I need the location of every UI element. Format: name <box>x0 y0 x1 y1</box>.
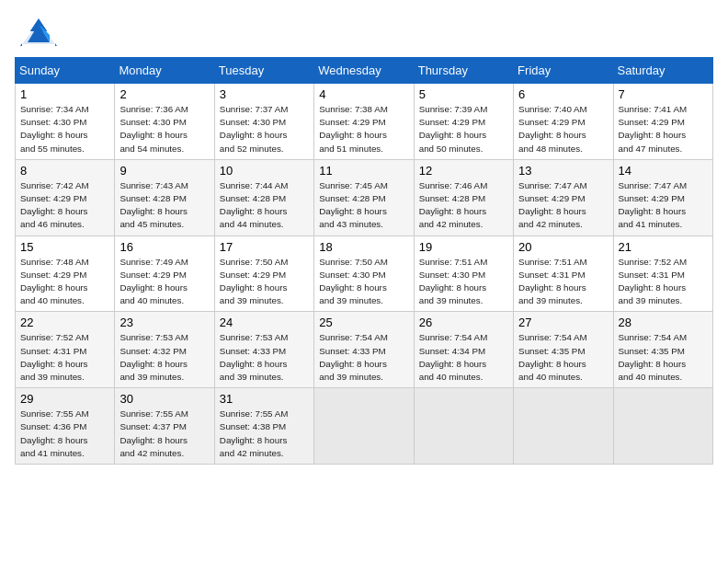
day-info: Sunrise: 7:48 AMSunset: 4:29 PMDaylight:… <box>20 256 109 308</box>
calendar-header-tuesday: Tuesday <box>214 58 313 84</box>
day-number: 19 <box>419 240 508 254</box>
day-info: Sunrise: 7:50 AMSunset: 4:30 PMDaylight:… <box>319 256 408 308</box>
day-number: 28 <box>619 316 708 329</box>
calendar-cell: 28Sunrise: 7:54 AMSunset: 4:35 PMDayligh… <box>613 312 712 388</box>
calendar-cell: 26Sunrise: 7:54 AMSunset: 4:34 PMDayligh… <box>414 312 513 388</box>
day-number: 15 <box>20 240 109 254</box>
logo <box>15 15 66 50</box>
calendar-cell: 17Sunrise: 7:50 AMSunset: 4:29 PMDayligh… <box>214 236 313 312</box>
day-info: Sunrise: 7:55 AMSunset: 4:36 PMDaylight:… <box>20 408 109 460</box>
calendar-header-sunday: Sunday <box>16 58 115 84</box>
day-number: 24 <box>220 316 309 329</box>
day-info: Sunrise: 7:43 AMSunset: 4:28 PMDaylight:… <box>119 179 209 232</box>
day-number: 20 <box>518 240 608 254</box>
calendar-cell: 21Sunrise: 7:52 AMSunset: 4:31 PMDayligh… <box>613 236 712 312</box>
day-info: Sunrise: 7:40 AMSunset: 4:29 PMDaylight:… <box>518 103 608 155</box>
calendar-cell: 5Sunrise: 7:39 AMSunset: 4:29 PMDaylight… <box>414 84 513 160</box>
calendar-header-friday: Friday <box>514 58 613 84</box>
calendar-cell: 31Sunrise: 7:55 AMSunset: 4:38 PMDayligh… <box>214 388 313 465</box>
page-header <box>15 15 713 50</box>
calendar-cell <box>314 388 414 465</box>
calendar-cell: 15Sunrise: 7:48 AMSunset: 4:29 PMDayligh… <box>16 236 115 312</box>
day-info: Sunrise: 7:51 AMSunset: 4:30 PMDaylight:… <box>419 256 508 308</box>
day-number: 30 <box>119 392 209 406</box>
day-info: Sunrise: 7:55 AMSunset: 4:37 PMDaylight:… <box>119 408 209 460</box>
day-number: 4 <box>319 87 408 101</box>
day-info: Sunrise: 7:36 AMSunset: 4:30 PMDaylight:… <box>119 103 209 155</box>
calendar-cell <box>414 388 513 465</box>
day-number: 14 <box>619 164 708 178</box>
day-info: Sunrise: 7:53 AMSunset: 4:32 PMDaylight:… <box>119 331 209 384</box>
calendar-week-row: 29Sunrise: 7:55 AMSunset: 4:36 PMDayligh… <box>16 388 713 465</box>
calendar-cell: 25Sunrise: 7:54 AMSunset: 4:33 PMDayligh… <box>314 312 414 388</box>
day-number: 3 <box>220 87 309 101</box>
calendar-cell: 1Sunrise: 7:34 AMSunset: 4:30 PMDaylight… <box>16 84 115 160</box>
calendar-cell: 9Sunrise: 7:43 AMSunset: 4:28 PMDaylight… <box>115 159 214 236</box>
calendar-cell: 4Sunrise: 7:38 AMSunset: 4:29 PMDaylight… <box>314 84 414 160</box>
calendar-cell: 3Sunrise: 7:37 AMSunset: 4:30 PMDaylight… <box>214 84 313 160</box>
day-number: 31 <box>220 392 309 406</box>
calendar-header-monday: Monday <box>115 58 214 84</box>
day-number: 5 <box>419 87 508 101</box>
calendar-week-row: 8Sunrise: 7:42 AMSunset: 4:29 PMDaylight… <box>16 159 713 236</box>
day-info: Sunrise: 7:50 AMSunset: 4:29 PMDaylight:… <box>220 256 309 308</box>
day-number: 1 <box>20 87 109 101</box>
day-info: Sunrise: 7:51 AMSunset: 4:31 PMDaylight:… <box>518 256 608 308</box>
day-info: Sunrise: 7:47 AMSunset: 4:29 PMDaylight:… <box>518 179 608 232</box>
day-info: Sunrise: 7:54 AMSunset: 4:33 PMDaylight:… <box>319 331 408 384</box>
day-number: 25 <box>319 316 408 329</box>
day-number: 21 <box>619 240 708 254</box>
calendar-cell: 29Sunrise: 7:55 AMSunset: 4:36 PMDayligh… <box>16 388 115 465</box>
calendar-cell: 6Sunrise: 7:40 AMSunset: 4:29 PMDaylight… <box>514 84 613 160</box>
day-info: Sunrise: 7:53 AMSunset: 4:33 PMDaylight:… <box>220 331 309 384</box>
calendar-header-wednesday: Wednesday <box>314 58 414 84</box>
day-info: Sunrise: 7:54 AMSunset: 4:35 PMDaylight:… <box>518 331 608 384</box>
calendar-header-thursday: Thursday <box>414 58 513 84</box>
day-number: 23 <box>119 316 209 329</box>
day-number: 7 <box>619 87 708 101</box>
calendar-cell: 12Sunrise: 7:46 AMSunset: 4:28 PMDayligh… <box>414 159 513 236</box>
calendar-cell: 7Sunrise: 7:41 AMSunset: 4:29 PMDaylight… <box>613 84 712 160</box>
day-info: Sunrise: 7:52 AMSunset: 4:31 PMDaylight:… <box>619 256 708 308</box>
calendar-header-row: SundayMondayTuesdayWednesdayThursdayFrid… <box>16 58 713 84</box>
day-number: 8 <box>20 164 109 178</box>
day-number: 2 <box>119 87 209 101</box>
calendar-week-row: 15Sunrise: 7:48 AMSunset: 4:29 PMDayligh… <box>16 236 713 312</box>
day-info: Sunrise: 7:34 AMSunset: 4:30 PMDaylight:… <box>20 103 109 155</box>
day-number: 13 <box>518 164 608 178</box>
calendar-cell <box>613 388 712 465</box>
calendar-cell: 10Sunrise: 7:44 AMSunset: 4:28 PMDayligh… <box>214 159 313 236</box>
day-info: Sunrise: 7:37 AMSunset: 4:30 PMDaylight:… <box>220 103 309 155</box>
day-number: 11 <box>319 164 408 178</box>
day-info: Sunrise: 7:46 AMSunset: 4:28 PMDaylight:… <box>419 179 508 232</box>
day-number: 17 <box>220 240 309 254</box>
calendar-cell <box>514 388 613 465</box>
calendar-cell: 23Sunrise: 7:53 AMSunset: 4:32 PMDayligh… <box>115 312 214 388</box>
calendar-cell: 27Sunrise: 7:54 AMSunset: 4:35 PMDayligh… <box>514 312 613 388</box>
day-number: 10 <box>220 164 309 178</box>
day-number: 12 <box>419 164 508 178</box>
calendar-cell: 13Sunrise: 7:47 AMSunset: 4:29 PMDayligh… <box>514 159 613 236</box>
calendar-cell: 14Sunrise: 7:47 AMSunset: 4:29 PMDayligh… <box>613 159 712 236</box>
day-info: Sunrise: 7:38 AMSunset: 4:29 PMDaylight:… <box>319 103 408 155</box>
calendar-cell: 30Sunrise: 7:55 AMSunset: 4:37 PMDayligh… <box>115 388 214 465</box>
day-number: 29 <box>20 392 109 406</box>
day-info: Sunrise: 7:39 AMSunset: 4:29 PMDaylight:… <box>419 103 508 155</box>
day-number: 16 <box>119 240 209 254</box>
calendar-cell: 16Sunrise: 7:49 AMSunset: 4:29 PMDayligh… <box>115 236 214 312</box>
day-number: 6 <box>518 87 608 101</box>
calendar-table: SundayMondayTuesdayWednesdayThursdayFrid… <box>15 57 713 465</box>
day-info: Sunrise: 7:44 AMSunset: 4:28 PMDaylight:… <box>220 179 309 232</box>
calendar-cell: 18Sunrise: 7:50 AMSunset: 4:30 PMDayligh… <box>314 236 414 312</box>
day-number: 27 <box>518 316 608 329</box>
calendar-cell: 11Sunrise: 7:45 AMSunset: 4:28 PMDayligh… <box>314 159 414 236</box>
day-info: Sunrise: 7:41 AMSunset: 4:29 PMDaylight:… <box>619 103 708 155</box>
calendar-cell: 24Sunrise: 7:53 AMSunset: 4:33 PMDayligh… <box>214 312 313 388</box>
day-info: Sunrise: 7:49 AMSunset: 4:29 PMDaylight:… <box>119 256 209 308</box>
calendar-week-row: 1Sunrise: 7:34 AMSunset: 4:30 PMDaylight… <box>16 84 713 160</box>
calendar-cell: 20Sunrise: 7:51 AMSunset: 4:31 PMDayligh… <box>514 236 613 312</box>
calendar-cell: 19Sunrise: 7:51 AMSunset: 4:30 PMDayligh… <box>414 236 513 312</box>
calendar-cell: 2Sunrise: 7:36 AMSunset: 4:30 PMDaylight… <box>115 84 214 160</box>
calendar-cell: 22Sunrise: 7:52 AMSunset: 4:31 PMDayligh… <box>16 312 115 388</box>
day-number: 26 <box>419 316 508 329</box>
